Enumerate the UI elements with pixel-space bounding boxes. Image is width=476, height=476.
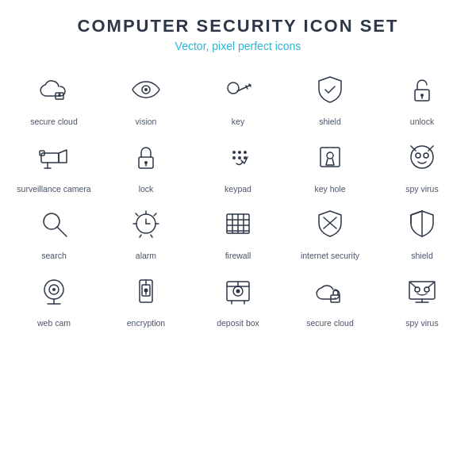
- svg-point-2: [59, 94, 60, 96]
- icon-webcam: [31, 268, 77, 314]
- svg-point-72: [335, 298, 336, 299]
- icon-item-spy-virus: spy virus: [376, 134, 468, 195]
- icon-label-internet-security: internet security: [301, 251, 359, 262]
- svg-line-42: [140, 235, 141, 237]
- icon-surveillance: [31, 134, 77, 180]
- svg-point-29: [416, 153, 420, 158]
- page-title: COMPUTER SECURITY ICON SET: [78, 16, 399, 36]
- icon-item-firewall: firewall: [192, 201, 284, 262]
- icon-item-lock: lock: [100, 134, 192, 195]
- svg-line-34: [57, 227, 67, 236]
- icon-internet-security: [307, 201, 353, 247]
- icon-label-firewall: firewall: [225, 251, 251, 262]
- icon-item-search: search: [8, 201, 100, 262]
- icon-alarm: [123, 201, 169, 247]
- icon-item-deposit-box: deposit box: [192, 268, 284, 329]
- icon-item-surveillance: surveillance camera: [8, 134, 100, 195]
- icon-keypad: [215, 134, 261, 180]
- icon-item-keyhole: key hole: [284, 134, 376, 195]
- icon-label-search: search: [41, 251, 67, 262]
- icon-item-key: key: [192, 67, 284, 128]
- svg-line-43: [151, 235, 152, 237]
- icon-item-vision: vision: [100, 67, 192, 128]
- svg-point-77: [424, 287, 429, 292]
- icon-item-spy-virus2: spy virus: [376, 268, 468, 329]
- svg-line-39: [154, 213, 156, 216]
- icon-encryption: [123, 268, 169, 314]
- icon-keyhole: [307, 134, 353, 180]
- svg-rect-26: [321, 148, 340, 167]
- svg-point-20: [232, 151, 236, 154]
- svg-line-79: [428, 282, 435, 287]
- icon-item-keypad: keypad: [192, 134, 284, 195]
- icon-vision: [123, 67, 169, 113]
- svg-point-23: [232, 156, 236, 159]
- icon-label-lock: lock: [139, 184, 154, 195]
- svg-line-38: [136, 213, 138, 216]
- icon-label-vision: vision: [136, 117, 157, 128]
- icon-label-spy-virus: spy virus: [405, 184, 438, 195]
- icon-item-encryption: encryption: [100, 268, 192, 329]
- icon-item-internet-security: internet security: [284, 201, 376, 262]
- icon-shield2: [399, 201, 445, 247]
- icon-item-unlock: unlock: [376, 67, 468, 128]
- svg-line-78: [409, 282, 416, 287]
- icon-firewall: [215, 201, 261, 247]
- icon-label-shield-check: shield: [319, 117, 340, 128]
- icon-label-deposit-box: deposit box: [217, 318, 259, 329]
- icon-spy-virus: [399, 134, 445, 180]
- svg-point-4: [144, 88, 148, 91]
- svg-point-22: [244, 151, 247, 154]
- icon-secure-cloud: [31, 67, 77, 113]
- icon-secure-cloud2: [307, 268, 353, 314]
- svg-marker-13: [59, 150, 67, 163]
- page-subtitle: Vector, pixel perfect icons: [175, 40, 301, 52]
- svg-point-76: [415, 287, 420, 292]
- icon-item-secure-cloud: secure cloud: [8, 67, 100, 128]
- icon-label-secure-cloud2: secure cloud: [306, 318, 354, 329]
- icon-grid: secure cloud vision key: [8, 67, 468, 329]
- svg-point-24: [238, 156, 241, 159]
- icon-item-shield-check: shield: [284, 67, 376, 128]
- icon-deposit-box: [215, 268, 261, 314]
- icon-label-surveillance: surveillance camera: [17, 184, 90, 195]
- icon-label-keyhole: key hole: [314, 184, 345, 195]
- icon-item-alarm: alarm: [100, 201, 192, 262]
- icon-label-unlock: unlock: [410, 117, 434, 128]
- icon-search: [31, 201, 77, 247]
- icon-label-webcam: web cam: [37, 318, 71, 329]
- icon-spy-virus2: [399, 268, 445, 314]
- svg-point-27: [327, 152, 333, 159]
- icon-label-secure-cloud: secure cloud: [30, 117, 78, 128]
- icon-item-webcam: web cam: [8, 268, 100, 329]
- icon-item-secure-cloud2: secure cloud: [284, 268, 376, 329]
- icon-label-shield2: shield: [411, 251, 432, 262]
- svg-point-30: [424, 153, 428, 158]
- icon-shield-check: [307, 67, 353, 113]
- svg-point-56: [52, 288, 56, 291]
- icon-key: [215, 67, 261, 113]
- icon-label-encryption: encryption: [127, 318, 165, 329]
- icon-label-alarm: alarm: [136, 251, 156, 262]
- icon-unlock: [399, 67, 445, 113]
- svg-point-5: [228, 83, 239, 94]
- icon-lock: [123, 134, 169, 180]
- icon-item-shield2: shield: [376, 201, 468, 262]
- svg-point-66: [236, 289, 240, 293]
- icon-label-key: key: [232, 117, 244, 128]
- svg-point-21: [238, 151, 241, 154]
- icon-label-spy-virus2: spy virus: [405, 318, 438, 329]
- icon-label-keypad: keypad: [225, 184, 251, 195]
